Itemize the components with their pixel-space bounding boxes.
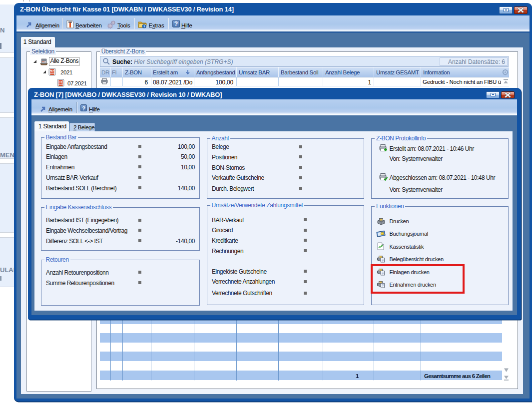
svg-text:52: 52 [50,69,54,73]
svg-text:31: 31 [59,80,63,84]
